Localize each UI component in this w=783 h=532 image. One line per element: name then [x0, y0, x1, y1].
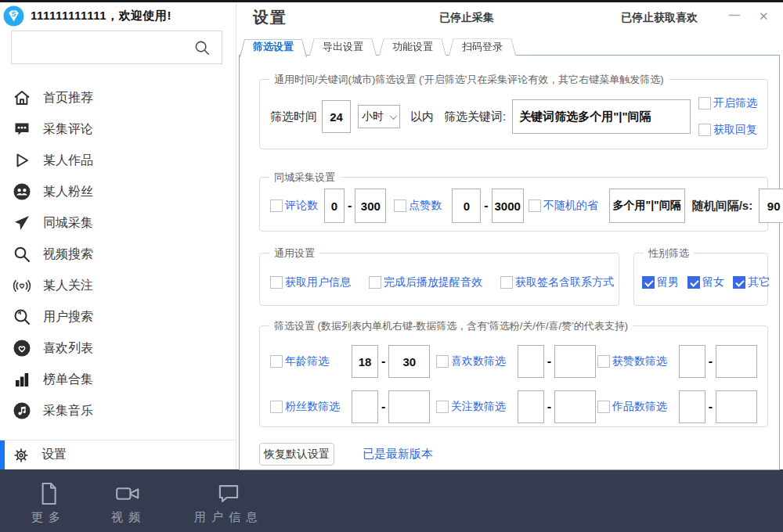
within-label: 以内: [410, 110, 434, 124]
minimize-button[interactable]: —: [729, 9, 740, 21]
checkbox-box[interactable]: [642, 276, 655, 289]
sidebar-item-user-follows[interactable]: 某人关注: [0, 270, 236, 301]
checkbox-box[interactable]: [500, 276, 513, 289]
keep-male-checkbox[interactable]: 留男: [642, 275, 679, 289]
checkbox-box[interactable]: [369, 276, 381, 289]
brand-area: S 111111111111，欢迎使用!: [0, 2, 236, 27]
works-count-filter-checkbox[interactable]: 作品数筛选: [597, 400, 679, 414]
works-count-max-input[interactable]: [716, 390, 757, 423]
tab-filter-settings[interactable]: 筛选设置: [240, 36, 307, 56]
sidebar-item-label: 首页推荐: [43, 90, 93, 106]
range-separator: -: [348, 199, 352, 213]
sidebar-item-user-works[interactable]: 某人作品: [0, 145, 236, 176]
sidebar-item-home-feed[interactable]: 首页推荐: [0, 82, 236, 113]
get-user-info-checkbox[interactable]: 获取用户信息: [270, 275, 351, 289]
likes-count-filter-checkbox[interactable]: 喜欢数筛选: [436, 354, 518, 368]
checkbox-label: 年龄筛选: [285, 354, 329, 368]
chevron-down-icon: [390, 112, 398, 120]
comment-min-input[interactable]: 0: [324, 189, 345, 223]
toolbar-item-more[interactable]: 更多: [31, 481, 66, 525]
keep-other-checkbox[interactable]: 其它: [733, 275, 770, 289]
settings-tabs: 筛选设置 导出设置 功能设置 扫码登录: [240, 36, 518, 56]
checkbox-box[interactable]: [436, 355, 449, 368]
works-count-min-input[interactable]: [679, 390, 705, 423]
age-filter-checkbox[interactable]: 年龄筛选: [270, 354, 352, 368]
checkbox-box[interactable]: [436, 401, 449, 413]
fans-count-min-input[interactable]: [352, 390, 378, 423]
home-icon: [13, 88, 31, 107]
checkbox-label: 作品数筛选: [612, 400, 667, 414]
close-button[interactable]: ✕: [759, 9, 769, 23]
likes-count-min-input[interactable]: [518, 345, 544, 378]
checkbox-box[interactable]: [270, 276, 283, 289]
province-list-input[interactable]: 多个用"|"间隔: [609, 189, 685, 223]
checkbox-box[interactable]: [394, 200, 406, 212]
checkbox-label: 喜欢数筛选: [451, 354, 506, 368]
restore-defaults-button[interactable]: 恢复默认设置: [259, 443, 334, 466]
speech-bubble-icon: [216, 481, 241, 506]
age-max-input[interactable]: 30: [388, 345, 430, 378]
tab-function-settings[interactable]: 功能设置: [379, 36, 446, 56]
sidebar-item-label: 某人关注: [43, 278, 93, 294]
checkbox-box[interactable]: [270, 401, 283, 413]
follow-count-min-input[interactable]: [518, 390, 544, 423]
navigation-icon: [13, 214, 31, 232]
sidebar-item-settings[interactable]: 设置: [0, 440, 236, 469]
checkbox-box[interactable]: [698, 97, 711, 110]
sidebar-item-video-search[interactable]: 视频搜索: [0, 239, 236, 270]
sidebar-item-collect-music[interactable]: 采集音乐: [0, 395, 236, 426]
likes-count-max-input[interactable]: [554, 345, 596, 378]
filter-time-input[interactable]: 24: [322, 100, 351, 133]
non-random-province-checkbox[interactable]: 不随机的省: [529, 199, 598, 213]
time-unit-select[interactable]: 小时: [358, 105, 400, 128]
random-interval-input[interactable]: 90: [759, 189, 783, 223]
sidebar-item-likes-list[interactable]: 喜欢列表: [0, 332, 236, 364]
sidebar-item-ranking[interactable]: 榜单合集: [0, 364, 236, 395]
like-max-input[interactable]: 3000: [492, 189, 524, 223]
sidebar-item-user-search[interactable]: 用户搜索: [0, 301, 236, 332]
age-min-input[interactable]: 18: [352, 345, 378, 378]
search-icon[interactable]: [193, 39, 211, 56]
praise-count-min-input[interactable]: [679, 345, 705, 378]
follow-count-filter-checkbox[interactable]: 关注数筛选: [436, 400, 518, 414]
bottom-toolbar: 更多 视频 用户信息: [0, 469, 783, 532]
group-numeric-filters: 筛选设置 (数据列表内单机右键-数据筛选，含有'筛选粉/关/作/喜/赞'的代表支…: [259, 325, 768, 427]
get-replies-checkbox[interactable]: 获取回复: [698, 123, 757, 137]
keep-female-checkbox[interactable]: 留女: [687, 275, 724, 289]
praise-count-max-input[interactable]: [716, 345, 757, 378]
praise-count-filter-checkbox[interactable]: 获赞数筛选: [597, 354, 679, 368]
filter-keyword-input[interactable]: 关键词筛选多个用"|"间隔: [512, 99, 691, 134]
checkbox-box[interactable]: [733, 276, 745, 289]
comment-count-checkbox[interactable]: 评论数: [270, 199, 318, 213]
enable-filter-checkbox[interactable]: 开启筛选: [698, 96, 757, 110]
toolbar-item-video[interactable]: 视频: [111, 481, 146, 525]
sidebar-search-input[interactable]: [11, 31, 222, 64]
sidebar-item-collect-comments[interactable]: 采集评论: [0, 113, 236, 145]
checkbox-box[interactable]: [270, 200, 283, 212]
tab-qr-login[interactable]: 扫码登录: [449, 36, 516, 56]
checkbox-box[interactable]: [687, 276, 700, 289]
toolbar-item-user-info[interactable]: 用户信息: [194, 481, 263, 525]
signature-contact-checkbox[interactable]: 获取签名含联系方式: [500, 275, 614, 289]
checkbox-box[interactable]: [597, 401, 610, 413]
comment-max-input[interactable]: 300: [355, 189, 386, 223]
like-min-input[interactable]: 0: [452, 189, 481, 223]
checkbox-box[interactable]: [529, 200, 541, 212]
sidebar-item-user-fans[interactable]: 某人粉丝: [0, 176, 236, 207]
sidebar-item-label: 喜欢列表: [43, 340, 93, 357]
latest-version-status[interactable]: 已是最新版本: [363, 447, 433, 462]
fans-count-filter-checkbox[interactable]: 粉丝数筛选: [270, 400, 352, 414]
checkbox-box[interactable]: [270, 355, 283, 368]
play-sound-on-finish-checkbox[interactable]: 完成后播放提醒音效: [369, 275, 482, 289]
fans-count-max-input[interactable]: [388, 390, 430, 423]
checkbox-box[interactable]: [698, 124, 711, 136]
tab-export-settings[interactable]: 导出设置: [309, 36, 377, 56]
sidebar-item-label: 同城采集: [43, 215, 93, 232]
like-count-checkbox[interactable]: 点赞数: [394, 199, 442, 213]
sidebar-item-city-collect[interactable]: 同城采集: [0, 207, 236, 239]
user-search-icon: [13, 307, 31, 326]
checkbox-box[interactable]: [597, 355, 610, 368]
checkbox-label: 获赞数筛选: [612, 354, 667, 368]
follow-count-filter-cell: 关注数筛选 -: [436, 390, 597, 423]
follow-count-max-input[interactable]: [554, 390, 596, 423]
